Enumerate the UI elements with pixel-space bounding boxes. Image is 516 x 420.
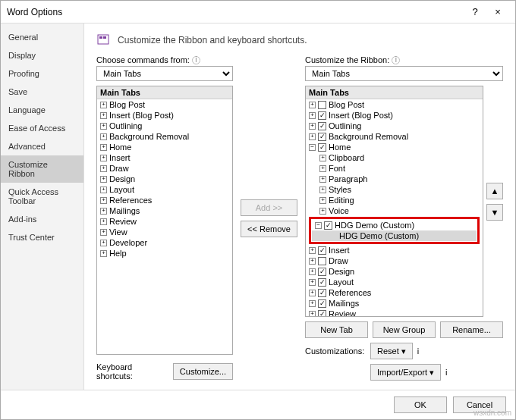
sidebar-item-general[interactable]: General (1, 28, 83, 46)
command-item[interactable]: +Home (97, 142, 232, 152)
command-item[interactable]: +Mailings (97, 205, 232, 216)
checkbox[interactable]: ✓ (318, 289, 326, 297)
expand-icon[interactable]: + (100, 102, 107, 108)
command-item[interactable]: +Help (97, 248, 232, 259)
tree-group-item[interactable]: +Voice (306, 205, 483, 216)
tree-item[interactable]: +✓Outlining (306, 121, 483, 131)
command-item[interactable]: +View (97, 227, 232, 237)
expand-icon[interactable]: + (309, 290, 316, 296)
sidebar-item-ease-of-access[interactable]: Ease of Access (1, 119, 83, 137)
checkbox[interactable] (318, 257, 326, 265)
new-group-button[interactable]: New Group (373, 321, 436, 338)
tree-group-item[interactable]: +Styles (306, 184, 483, 195)
expand-icon[interactable]: + (100, 144, 107, 151)
expand-icon[interactable]: + (309, 311, 316, 318)
expand-icon[interactable]: + (319, 208, 326, 215)
choose-commands-combo[interactable]: Main Tabs (96, 66, 233, 81)
tree-item[interactable]: +Draw (306, 255, 483, 266)
reset-button[interactable]: Reset ▾ (370, 343, 413, 359)
sidebar-item-language[interactable]: Language (1, 101, 83, 119)
info-icon[interactable]: i (192, 56, 200, 64)
close-button[interactable]: × (486, 6, 509, 17)
sidebar-item-advanced[interactable]: Advanced (1, 137, 83, 155)
customize-keyboard-button[interactable]: Customize... (173, 363, 233, 380)
move-down-button[interactable]: ▼ (486, 204, 503, 221)
command-item[interactable]: +References (97, 195, 232, 205)
expand-icon[interactable]: + (100, 186, 107, 193)
tree-group-item[interactable]: +Clipboard (306, 152, 483, 163)
expand-icon[interactable]: + (100, 229, 107, 236)
help-button[interactable]: ? (464, 6, 486, 17)
expand-icon[interactable]: + (100, 218, 107, 225)
expand-icon[interactable]: + (100, 240, 107, 246)
tree-item[interactable]: +✓Insert (306, 245, 483, 255)
checkbox[interactable]: ✓ (318, 268, 326, 276)
tree-item-custom-tab[interactable]: − ✓ HDG Demo (Custom) (312, 220, 477, 230)
sidebar-item-proofing[interactable]: Proofing (1, 64, 83, 83)
expand-icon[interactable]: + (100, 165, 107, 172)
rename-button[interactable]: Rename... (440, 321, 503, 338)
ok-button[interactable]: OK (394, 396, 447, 413)
new-tab-button[interactable]: New Tab (305, 321, 368, 338)
tree-item-custom-group[interactable]: HDG Demo (Custom) (312, 230, 477, 241)
expand-icon[interactable]: + (100, 133, 107, 140)
expand-icon[interactable]: + (100, 208, 107, 215)
checkbox[interactable] (318, 101, 326, 109)
sidebar-item-trust-center[interactable]: Trust Center (1, 228, 83, 246)
expand-icon[interactable]: + (309, 102, 316, 108)
expand-icon[interactable]: + (319, 176, 326, 183)
expand-icon[interactable]: + (100, 155, 107, 161)
info-icon[interactable]: i (417, 346, 419, 356)
command-item[interactable]: +Insert (97, 152, 232, 163)
expand-icon[interactable]: + (100, 176, 107, 183)
expand-icon[interactable]: + (309, 123, 316, 130)
add-button[interactable]: Add >> (241, 199, 297, 216)
checkbox[interactable]: ✓ (318, 133, 326, 141)
tree-item[interactable]: +✓Mailings (306, 298, 483, 309)
tree-item[interactable]: +✓References (306, 287, 483, 298)
command-item[interactable]: +Developer (97, 237, 232, 248)
expand-icon[interactable]: + (309, 247, 316, 254)
info-icon[interactable]: i (445, 368, 447, 377)
command-item[interactable]: +Review (97, 216, 232, 227)
command-item[interactable]: +Insert (Blog Post) (97, 110, 232, 121)
expand-icon[interactable]: + (100, 250, 107, 257)
tree-item-home[interactable]: − ✓ Home (306, 142, 483, 152)
expand-icon[interactable]: + (309, 133, 316, 140)
sidebar-item-customize-ribbon[interactable]: Customize Ribbon (1, 155, 83, 183)
ribbon-tree[interactable]: Main Tabs +Blog Post+✓Insert (Blog Post)… (305, 86, 483, 317)
command-item[interactable]: +Draw (97, 163, 232, 174)
tree-item[interactable]: +✓Design (306, 266, 483, 277)
checkbox[interactable]: ✓ (318, 246, 326, 255)
command-item[interactable]: +Outlining (97, 121, 232, 131)
expand-icon[interactable]: + (100, 123, 107, 130)
tree-item[interactable]: +✓Review (306, 309, 483, 317)
tree-item[interactable]: +✓Insert (Blog Post) (306, 110, 483, 121)
expand-icon[interactable]: + (319, 186, 326, 193)
checkbox[interactable]: ✓ (318, 111, 326, 120)
tree-item[interactable]: +✓Layout (306, 277, 483, 287)
expand-icon[interactable]: + (309, 112, 316, 119)
tree-item[interactable]: +✓Background Removal (306, 131, 483, 142)
expand-icon[interactable]: + (100, 112, 107, 119)
checkbox[interactable]: ✓ (318, 122, 326, 130)
move-up-button[interactable]: ▲ (486, 183, 503, 199)
command-item[interactable]: +Blog Post (97, 99, 232, 110)
checkbox[interactable]: ✓ (324, 221, 332, 230)
import-export-button[interactable]: Import/Export ▾ (370, 364, 441, 381)
expand-icon[interactable]: + (100, 197, 107, 204)
remove-button[interactable]: << Remove (241, 221, 297, 237)
expand-icon[interactable]: + (319, 155, 326, 161)
tree-item[interactable]: +Blog Post (306, 99, 483, 110)
tree-group-item[interactable]: +Editing (306, 195, 483, 205)
command-item[interactable]: +Background Removal (97, 131, 232, 142)
expand-icon[interactable]: + (319, 165, 326, 172)
checkbox[interactable]: ✓ (318, 310, 326, 318)
command-item[interactable]: +Layout (97, 184, 232, 195)
sidebar-item-display[interactable]: Display (1, 46, 83, 64)
command-item[interactable]: +Design (97, 174, 232, 184)
checkbox[interactable]: ✓ (318, 299, 326, 308)
customize-ribbon-combo[interactable]: Main Tabs (305, 66, 503, 81)
collapse-icon[interactable]: − (309, 144, 316, 151)
info-icon[interactable]: i (392, 56, 400, 64)
